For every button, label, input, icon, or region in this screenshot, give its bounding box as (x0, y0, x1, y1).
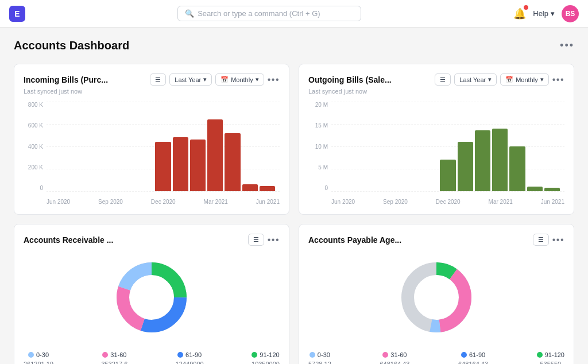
bar (190, 140, 206, 191)
chevron-down-icon: ▾ (540, 76, 544, 83)
bar (527, 187, 543, 191)
payable-legend-item-61-90: 61-90 648164.43 (458, 351, 488, 364)
dashboard-grid: Incoming Bills (Purc... ☰ Last Year ▾ 📅 … (14, 64, 574, 364)
outgoing-filter-icon-btn[interactable]: ☰ (435, 73, 451, 86)
notification-badge (524, 5, 528, 10)
app-logo: E (9, 6, 25, 22)
receivable-donut-chart (111, 257, 192, 338)
outgoing-monthly-label: Monthly (516, 76, 538, 83)
legend-item-91-120: 91-120 10350000 (252, 351, 280, 364)
legend-dot-0-30 (28, 352, 34, 358)
page-content: Accounts Dashboard ••• Incoming Bills (P… (0, 28, 588, 364)
legend-dot-61-90 (177, 352, 183, 358)
outgoing-bars (331, 102, 564, 191)
search-icon: 🔍 (185, 9, 194, 18)
payable-legend-item-0-30: 0-30 5728.12 (308, 351, 331, 364)
outgoing-last-year-label: Last Year (459, 76, 486, 83)
payable-title: Accounts Payable Age... (308, 235, 401, 245)
nav-center: 🔍 Search or type a command (Ctrl + G) (25, 6, 513, 21)
outgoing-more-btn[interactable]: ••• (552, 75, 564, 85)
legend-item-31-60: 31-60 353217.6 (101, 351, 127, 364)
nav-right: 🔔 Help ▾ BS (513, 5, 579, 22)
calendar-icon: 📅 (505, 76, 513, 83)
outgoing-bills-controls: ☰ Last Year ▾ 📅 Monthly ▾ ••• (435, 73, 564, 86)
bar (173, 137, 188, 191)
avatar[interactable]: BS (562, 5, 579, 22)
incoming-more-btn[interactable]: ••• (268, 75, 280, 85)
outgoing-chart-area (331, 102, 564, 191)
outgoing-monthly-btn[interactable]: 📅 Monthly ▾ (500, 73, 549, 86)
filter-icon: ☰ (440, 76, 446, 83)
payable-filter-btn[interactable]: ☰ (533, 234, 549, 246)
incoming-subtitle: Last synced just now (24, 88, 280, 95)
incoming-bars (47, 102, 280, 191)
payable-legend-dot-0-30 (310, 352, 315, 358)
incoming-monthly-label: Monthly (231, 76, 253, 83)
legend-dot-91-120 (252, 352, 257, 358)
help-button[interactable]: Help ▾ (533, 9, 555, 18)
legend-item-0-30: 0-30 261201.19 (24, 351, 53, 364)
payable-controls: ☰ ••• (533, 234, 564, 246)
receivable-more-btn[interactable]: ••• (268, 235, 280, 245)
payable-legend-item-91-120: 91-120 535550 (537, 351, 564, 364)
payable-legend-dot-91-120 (537, 352, 543, 358)
top-navigation: E 🔍 Search or type a command (Ctrl + G) … (0, 0, 588, 28)
outgoing-bills-card: Outgoing Bills (Sale... ☰ Last Year ▾ 📅 … (299, 64, 574, 215)
payable-legend-dot-31-60 (382, 352, 388, 358)
incoming-last-year-btn[interactable]: Last Year ▾ (169, 73, 212, 86)
bar (260, 186, 275, 191)
bell-icon: 🔔 (513, 8, 526, 20)
incoming-bar-chart: 800 K 600 K 400 K 200 K 0 (24, 102, 280, 205)
incoming-bills-card: Incoming Bills (Purc... ☰ Last Year ▾ 📅 … (14, 64, 289, 215)
svg-point-5 (130, 276, 173, 319)
outgoing-bills-header: Outgoing Bills (Sale... ☰ Last Year ▾ 📅 … (308, 73, 564, 86)
outgoing-subtitle: Last synced just now (308, 88, 564, 95)
bar (492, 129, 508, 191)
receivable-title: Accounts Receivable ... (24, 235, 113, 245)
bar (544, 188, 560, 191)
incoming-bills-title: Incoming Bills (Purc... (24, 75, 108, 84)
bar (440, 160, 455, 191)
incoming-x-axis: Jun 2020 Sep 2020 Dec 2020 Mar 2021 Jun … (47, 199, 280, 205)
filter-icon: ☰ (155, 76, 161, 83)
page-more-button[interactable]: ••• (560, 40, 574, 52)
payable-legend: 0-30 5728.12 31-60 648164.43 61-90 (308, 347, 564, 364)
receivable-donut-container (24, 248, 280, 347)
outgoing-x-axis: Jun 2020 Sep 2020 Dec 2020 Mar 2021 Jun … (331, 199, 564, 205)
chevron-down-icon: ▾ (551, 9, 555, 18)
legend-dot-31-60 (102, 352, 108, 358)
bar (207, 119, 223, 191)
payable-donut-chart (396, 257, 477, 338)
incoming-filter-icon-btn[interactable]: ☰ (150, 73, 166, 86)
page-title: Accounts Dashboard (14, 39, 129, 52)
incoming-monthly-btn[interactable]: 📅 Monthly ▾ (215, 73, 264, 86)
receivable-filter-btn[interactable]: ☰ (248, 234, 264, 246)
search-bar[interactable]: 🔍 Search or type a command (Ctrl + G) (177, 6, 361, 21)
outgoing-last-year-btn[interactable]: Last Year ▾ (454, 73, 497, 86)
chevron-down-icon: ▾ (488, 76, 492, 83)
incoming-bills-controls: ☰ Last Year ▾ 📅 Monthly ▾ ••• (150, 73, 280, 86)
receivable-card: Accounts Receivable ... ☰ ••• (14, 224, 289, 364)
filter-icon: ☰ (253, 236, 259, 243)
page-header: Accounts Dashboard ••• (14, 39, 574, 52)
receivable-controls: ☰ ••• (248, 234, 280, 246)
nav-left: E (9, 6, 25, 22)
calendar-icon: 📅 (220, 76, 229, 83)
bar (242, 184, 258, 191)
chevron-down-icon: ▾ (203, 76, 207, 83)
incoming-bills-header: Incoming Bills (Purc... ☰ Last Year ▾ 📅 … (24, 73, 280, 86)
payable-card: Accounts Payable Age... ☰ ••• (299, 224, 574, 364)
outgoing-bills-title: Outgoing Bills (Sale... (308, 75, 392, 84)
outgoing-y-axis: 20 M 15 M 10 M 5 M 0 (308, 102, 331, 191)
payable-header: Accounts Payable Age... ☰ ••• (308, 234, 564, 246)
bell-button[interactable]: 🔔 (513, 7, 526, 20)
bar (475, 130, 490, 191)
bar (458, 142, 473, 191)
bar (225, 133, 240, 191)
payable-more-btn[interactable]: ••• (552, 235, 564, 245)
svg-point-10 (415, 276, 458, 319)
outgoing-bar-chart: 20 M 15 M 10 M 5 M 0 (308, 102, 564, 205)
incoming-y-axis: 800 K 600 K 400 K 200 K 0 (24, 102, 47, 191)
search-placeholder: Search or type a command (Ctrl + G) (198, 9, 320, 18)
payable-legend-dot-61-90 (461, 352, 467, 358)
